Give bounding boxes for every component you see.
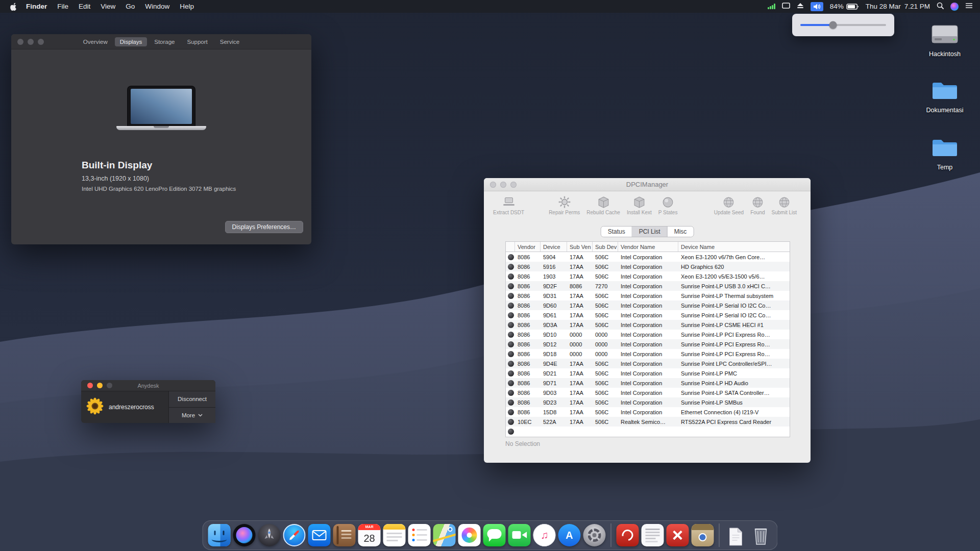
spotlight-icon[interactable]: [937, 2, 944, 11]
tab-displays[interactable]: Displays: [115, 37, 147, 46]
dock-app-store-icon[interactable]: A: [558, 524, 581, 546]
dock-messages-icon[interactable]: [483, 524, 506, 546]
table-row[interactable]: 808615D817AA506CIntel CorporationEtherne…: [506, 407, 790, 417]
dock-document-icon[interactable]: [725, 524, 747, 546]
dock-adobe-app-icon[interactable]: [617, 524, 639, 546]
desktop-icon-temp[interactable]: Temp: [912, 137, 978, 171]
dock-siri-icon[interactable]: [233, 524, 256, 546]
column-header-icon[interactable]: [506, 242, 515, 252]
table-row[interactable]: 80869D1000000000Intel CorporationSunrise…: [506, 330, 790, 339]
close-button[interactable]: [87, 383, 93, 388]
column-header-sub-ven[interactable]: Sub Ven: [567, 242, 593, 252]
menu-file[interactable]: File: [52, 3, 74, 10]
table-row[interactable]: 80869D4E17AA506CIntel CorporationSunrise…: [506, 359, 790, 368]
dock-box-app-icon[interactable]: [692, 524, 714, 546]
notification-center-icon[interactable]: [965, 3, 973, 10]
dock-contacts-icon[interactable]: [333, 524, 356, 546]
dock-finder-icon[interactable]: [208, 524, 231, 546]
dock-maps-icon[interactable]: [433, 524, 456, 546]
dock-system-preferences-icon[interactable]: [583, 524, 606, 546]
displays-preferences-button[interactable]: Displays Preferences…: [225, 221, 303, 233]
volume-slider[interactable]: [800, 24, 886, 26]
toolbar-install-kext[interactable]: Install Kext: [627, 195, 652, 215]
toolbar-found[interactable]: Found: [750, 195, 765, 215]
menu-edit[interactable]: Edit: [74, 3, 95, 10]
desktop-icon-hackintosh[interactable]: Hackintosh: [912, 22, 978, 58]
tab-overview[interactable]: Overview: [78, 37, 113, 46]
table-row[interactable]: 8086590417AA506CIntel CorporationXeon E3…: [506, 252, 790, 262]
menubar-clock[interactable]: Thu 28 Mar7.21 PM: [866, 3, 930, 10]
menu-window[interactable]: Window: [140, 3, 175, 10]
dock-photos-icon[interactable]: [458, 524, 481, 546]
dock-mail-icon[interactable]: [308, 524, 331, 546]
dpci-titlebar[interactable]: DPCIManager: [484, 178, 811, 191]
column-header-vendor[interactable]: Vendor: [515, 242, 541, 252]
desktop-icon-dokumentasi[interactable]: Dokumentasi: [912, 80, 978, 114]
volume-knob[interactable]: [829, 21, 837, 29]
table-row[interactable]: 80869D6117AA506CIntel CorporationSunrise…: [506, 310, 790, 320]
table-row-partial[interactable]: [506, 427, 790, 436]
table-row[interactable]: 8086190317AA506CIntel CorporationXeon E3…: [506, 271, 790, 281]
table-row[interactable]: 80869D2F80867270Intel CorporationSunrise…: [506, 281, 790, 291]
minimize-button[interactable]: [28, 39, 34, 45]
toolbar-p-states[interactable]: P States: [658, 195, 678, 215]
table-row[interactable]: 80869D6017AA506CIntel CorporationSunrise…: [506, 300, 790, 310]
dock-text-app-icon[interactable]: [642, 524, 664, 546]
zoom-button[interactable]: [38, 39, 44, 45]
table-row[interactable]: 80869D3A17AA506CIntel CorporationSunrise…: [506, 320, 790, 330]
dock-trash-icon[interactable]: [750, 524, 772, 546]
dock-itunes-icon[interactable]: ♫: [533, 524, 556, 546]
toolbar-repair-perms[interactable]: Repair Perms: [549, 195, 580, 215]
eject-icon[interactable]: [797, 3, 804, 10]
table-row[interactable]: 80869D7117AA506CIntel CorporationSunrise…: [506, 378, 790, 388]
close-button[interactable]: [17, 39, 23, 45]
tab-support[interactable]: Support: [182, 37, 213, 46]
dock-calendar-icon[interactable]: MAR28: [358, 524, 381, 546]
tab-service[interactable]: Service: [215, 37, 244, 46]
battery-indicator[interactable]: 84%: [830, 3, 859, 10]
tab-status[interactable]: Status: [601, 227, 632, 237]
zoom-button[interactable]: [107, 383, 112, 388]
dock-notes-icon[interactable]: [383, 524, 406, 546]
display-mirroring-icon[interactable]: [782, 3, 790, 10]
column-header-device-name[interactable]: Device Name: [678, 242, 790, 252]
minimize-button[interactable]: [500, 182, 506, 188]
close-button[interactable]: [490, 182, 496, 188]
table-row[interactable]: 80869D1800000000Intel CorporationSunrise…: [506, 349, 790, 359]
toolbar-rebuild-cache[interactable]: Rebuild Cache: [586, 195, 620, 215]
disconnect-button[interactable]: Disconnect: [169, 391, 215, 407]
table-row[interactable]: 80869D2317AA506CIntel CorporationSunrise…: [506, 397, 790, 407]
menu-go[interactable]: Go: [120, 3, 140, 10]
minimize-button[interactable]: [97, 383, 103, 388]
apple-menu[interactable]: [10, 3, 21, 11]
toolbar-submit-list[interactable]: Submit List: [772, 195, 797, 215]
menu-help[interactable]: Help: [175, 3, 199, 10]
zoom-button[interactable]: [510, 182, 517, 188]
column-header-device[interactable]: Device: [541, 242, 567, 252]
dock-facetime-icon[interactable]: [508, 524, 531, 546]
signal-icon[interactable]: [768, 4, 775, 9]
toolbar-extract-dsdt[interactable]: Extract DSDT: [493, 195, 524, 215]
toolbar-update-seed[interactable]: Update Seed: [714, 195, 744, 215]
menu-view[interactable]: View: [95, 3, 120, 10]
table-row[interactable]: 80869D2117AA506CIntel CorporationSunrise…: [506, 368, 790, 378]
dock-adobe-app-2-icon[interactable]: [667, 524, 689, 546]
tab-storage[interactable]: Storage: [149, 37, 180, 46]
volume-icon[interactable]: [811, 2, 823, 11]
dock-reminders-icon[interactable]: [408, 524, 431, 546]
tab-pci-list[interactable]: PCI List: [632, 227, 668, 237]
siri-icon[interactable]: [950, 3, 959, 11]
menu-finder[interactable]: Finder: [21, 3, 52, 10]
table-row[interactable]: 80869D0317AA506CIntel CorporationSunrise…: [506, 388, 790, 397]
table-row[interactable]: 80869D3117AA506CIntel CorporationSunrise…: [506, 291, 790, 300]
dock-safari-icon[interactable]: [283, 524, 306, 546]
anydesk-titlebar[interactable]: Anydesk: [81, 380, 215, 391]
about-titlebar[interactable]: OverviewDisplaysStorageSupportService: [11, 34, 311, 49]
table-row[interactable]: 80869D1200000000Intel CorporationSunrise…: [506, 339, 790, 349]
column-header-vendor-name[interactable]: Vendor Name: [618, 242, 678, 252]
table-row[interactable]: 10EC522A17AA506CRealtek Semico…RTS522A P…: [506, 417, 790, 427]
tab-misc[interactable]: Misc: [668, 227, 694, 237]
column-header-sub-dev[interactable]: Sub Dev: [593, 242, 618, 252]
table-row[interactable]: 8086591617AA506CIntel CorporationHD Grap…: [506, 262, 790, 271]
dock-launchpad-icon[interactable]: [258, 524, 281, 546]
